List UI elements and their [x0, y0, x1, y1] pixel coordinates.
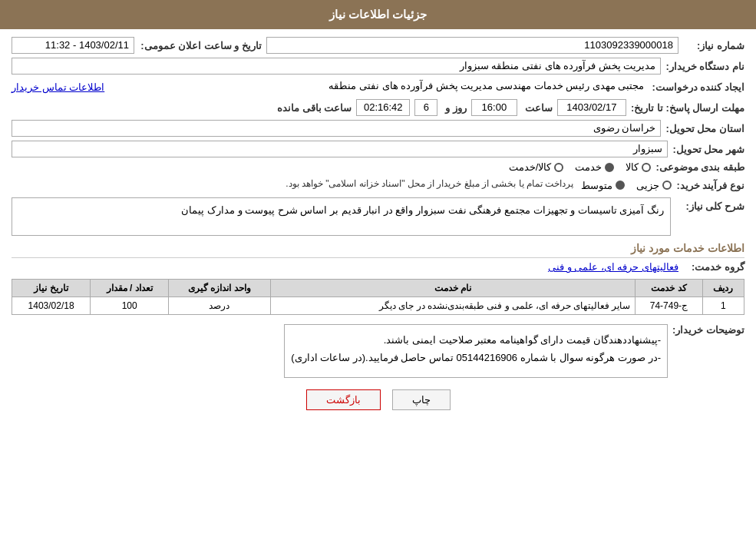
col-kod: کد خدمت [636, 280, 702, 297]
page-wrapper: جزئیات اطلاعات نیاز شماره نیاز: 11030923… [0, 0, 756, 540]
col-name: نام خدمت [270, 280, 636, 297]
nove-label: نوع فرآیند خرید: [676, 180, 744, 191]
row-tabaqe: طبقه بندی موضوعی: کالا خدمت کالا/خدمت [12, 161, 744, 173]
row-shahr: شهر محل تحویل: سبزوار [12, 141, 744, 157]
page-header: جزئیات اطلاعات نیاز [0, 0, 756, 29]
tawzih-line2: -در صورت هرگونه سوال با شماره 0514421690… [291, 349, 661, 366]
ostan-label: استان محل تحویل: [665, 123, 744, 134]
radio-kala [642, 163, 651, 172]
ostan-value: خراسان رضوی [12, 120, 661, 137]
tawzih-label: توضیحات خریدار: [672, 321, 744, 336]
radio-jozi [662, 181, 672, 190]
gorooh-value[interactable]: فعالیتهای حرفه ای، علمی و فنی [548, 261, 678, 273]
nove-options: جزیی متوسط [581, 180, 672, 191]
sharh-label: شرح کلی نیاز: [675, 197, 744, 212]
eijad-link[interactable]: اطلاعات تماس خریدار [12, 81, 104, 93]
eijad-label: ایجاد کننده درخواست: [652, 81, 744, 93]
row-sharh: شرح کلی نیاز: رنگ آمیزی تاسیسات و تجهیزا… [12, 197, 744, 236]
namdastgah-value: مدیریت پخش فرآورده های نفتی منطقه سبزوار [12, 58, 661, 75]
tarikh-elan-value: 1403/02/11 - 11:32 [12, 37, 134, 54]
tabaqe-label: طبقه بندی موضوعی: [655, 161, 744, 173]
col-vahed: واحد اندازه گیری [169, 280, 270, 297]
row-tawzih: توضیحات خریدار: -پیشنهاددهندگان قیمت دار… [12, 321, 744, 378]
shahr-value: سبزوار [12, 141, 668, 157]
shahr-label: شهر محل تحویل: [672, 144, 744, 155]
chap-button[interactable]: چاپ [392, 389, 451, 410]
cell-name: سایر فعالیتهای حرفه ای، علمی و فنی طبقه‌… [270, 297, 636, 315]
col-radif: ردیف [702, 280, 744, 297]
tabaqe-khedmat-label: خدمت [575, 161, 602, 173]
row-namdastgah: نام دستگاه خریدار: مدیریت پخش فرآورده ها… [12, 58, 744, 75]
mohlet-baqi-label: ساعت باقی مانده [277, 102, 352, 114]
tabaqe-khedmat: خدمت [575, 161, 614, 173]
cell-kod: ج-749-74 [636, 297, 702, 315]
services-table-section: ردیف کد خدمت نام خدمت واحد اندازه گیری ت… [12, 279, 744, 315]
cell-tedad: 100 [91, 297, 169, 315]
content-area: شماره نیاز: 1103092339000018 تاریخ و ساع… [0, 29, 756, 429]
mohlet-rooz-label: روز و [445, 102, 467, 114]
row-eijad: ایجاد کننده درخواست: مجتبی مهدی رئیس خدم… [12, 78, 744, 95]
tawzih-line1: -پیشنهاددهندگان قیمت دارای گواهینامه معت… [291, 331, 661, 349]
shomara-label: شماره نیاز: [683, 40, 744, 51]
cell-tarikh: 1403/02/18 [12, 297, 91, 315]
nove-desc: پرداخت تمام یا بخشی از مبلغ خریدار از مح… [12, 177, 576, 194]
mohlet-baqi: 02:16:42 [356, 99, 410, 116]
nove-mottaset-label: متوسط [581, 180, 612, 191]
mohlet-saat-label: ساعت [525, 102, 553, 114]
row-ostan: استان محل تحویل: خراسان رضوی [12, 120, 744, 137]
table-header-row: ردیف کد خدمت نام خدمت واحد اندازه گیری ت… [12, 280, 744, 297]
tabaqe-options: کالا خدمت کالا/خدمت [509, 161, 652, 173]
tabaqe-kalakhedmat-label: کالا/خدمت [509, 161, 552, 173]
gorooh-label: گروه خدمت: [683, 261, 744, 273]
tabaqe-kala: کالا [626, 161, 651, 173]
mohlet-label: مهلت ارسال پاسخ: تا تاریخ: [631, 102, 744, 114]
mohlet-rooz: 6 [414, 99, 437, 116]
cell-vahed: درصد [169, 297, 270, 315]
page-title: جزئیات اطلاعات نیاز [329, 8, 427, 21]
tawzih-box: -پیشنهاددهندگان قیمت دارای گواهینامه معت… [284, 324, 668, 378]
row-gorooh: گروه خدمت: فعالیتهای حرفه ای، علمی و فنی [12, 261, 744, 273]
row-nove: نوع فرآیند خرید: جزیی متوسط پرداخت تمام … [12, 177, 744, 194]
eijad-value: مجتبی مهدی رئیس خدمات مهندسی مدیریت پخش … [109, 78, 647, 95]
col-tedad: تعداد / مقدار [91, 280, 169, 297]
mohlet-date: 1403/02/17 [557, 99, 626, 116]
table-row: 1 ج-749-74 سایر فعالیتهای حرفه ای، علمی … [12, 297, 744, 315]
radio-khedmat [605, 163, 614, 172]
radio-kalakhedmat [554, 163, 563, 172]
radio-mottaset [616, 181, 625, 190]
buttons-row: چاپ بازگشت [12, 389, 744, 410]
tarikh-elan-label: تاریخ و ساعت اعلان عمومی: [139, 40, 262, 51]
nove-jozi: جزیی [636, 180, 672, 191]
tabaqe-kala-label: کالا [626, 161, 639, 173]
khadamat-title: اطلاعات خدمات مورد نیاز [12, 242, 744, 258]
nove-mottaset: متوسط [581, 180, 625, 191]
nove-jozi-label: جزیی [636, 180, 659, 191]
row-mohlet: مهلت ارسال پاسخ: تا تاریخ: 1403/02/17 سا… [12, 99, 744, 116]
row-shomara: شماره نیاز: 1103092339000018 تاریخ و ساع… [12, 37, 744, 54]
cell-radif: 1 [702, 297, 744, 315]
shomara-value: 1103092339000018 [266, 37, 678, 54]
sharh-value: رنگ آمیزی تاسیسات و تجهیزات مجتمع فرهنگی… [12, 197, 671, 236]
mohlet-saat: 16:00 [471, 99, 517, 116]
col-tarikh: تاریخ نیاز [12, 280, 91, 297]
services-table: ردیف کد خدمت نام خدمت واحد اندازه گیری ت… [12, 279, 744, 315]
bazgasht-button[interactable]: بازگشت [306, 389, 381, 410]
namdastgah-label: نام دستگاه خریدار: [665, 61, 744, 72]
tabaqe-kalakhedmat: کالا/خدمت [509, 161, 564, 173]
